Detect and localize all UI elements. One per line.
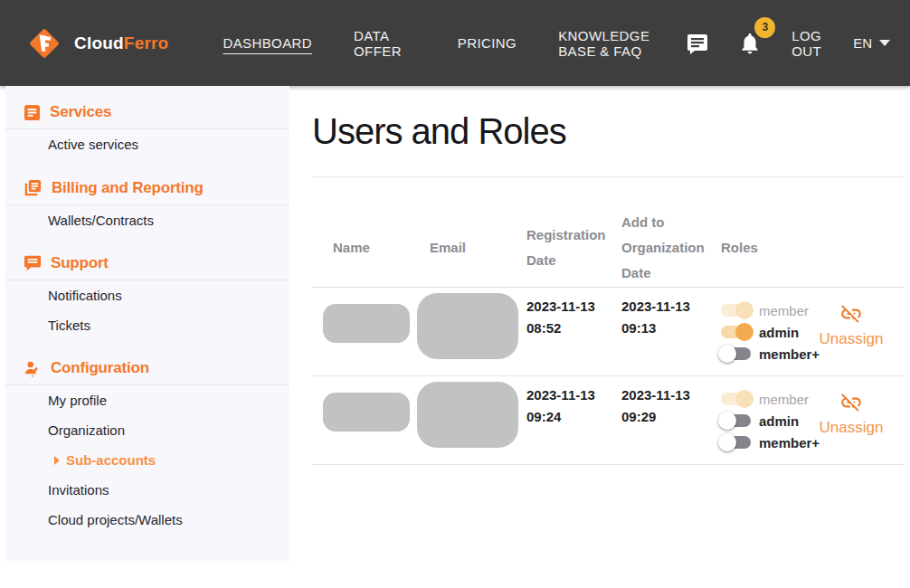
name-placeholder <box>323 393 410 432</box>
language-label: EN <box>853 35 872 51</box>
sidebar-section-services: Services Active services <box>5 97 289 159</box>
sidebar-section-header-billing: Billing and Reporting <box>5 172 289 205</box>
role-label: member <box>759 392 809 407</box>
topbar-right-controls: 3 LOG OUT EN <box>687 28 890 59</box>
role-label: member <box>759 303 809 318</box>
column-header-email: Email <box>416 235 518 261</box>
member-toggle[interactable] <box>721 304 751 317</box>
sidebar-item-label: Sub-accounts <box>66 452 156 468</box>
sidebar-item-cloud-projects-wallets[interactable]: Cloud projects/Wallets <box>5 505 289 535</box>
notifications-button[interactable]: 3 <box>739 32 761 55</box>
chevron-down-icon <box>879 40 890 46</box>
add-to-organization-date: 2023-11-13 09:13 <box>613 288 708 375</box>
sidebar-section-header-support: Support <box>5 248 289 280</box>
table-row: 2023-11-13 09:24 2023-11-13 09:29 member… <box>312 376 905 465</box>
sidebar-item-active-services[interactable]: Active services <box>5 129 289 159</box>
top-navigation-bar: CloudFerro DASHBOARD DATA OFFER PRICING … <box>0 0 910 86</box>
column-header-roles: Roles <box>713 235 810 261</box>
logout-button[interactable]: LOG OUT <box>792 28 822 59</box>
unassign-label: Unassign <box>820 330 884 348</box>
sidebar-section-billing: Billing and Reporting Wallets/Contracts <box>5 172 289 235</box>
registration-date: 2023-11-13 08:52 <box>518 288 613 375</box>
sidebar-section-header-configuration: Configuration <box>5 353 289 385</box>
documents-icon <box>24 178 43 197</box>
email-placeholder <box>417 382 518 448</box>
sidebar-section-configuration: Configuration My profile Organization Su… <box>5 353 289 535</box>
sidebar-item-sub-accounts[interactable]: Sub-accounts <box>5 445 289 475</box>
column-header-add-to-organization-date: Add to Organization Date <box>613 210 721 286</box>
person-edit-icon <box>24 359 42 377</box>
sidebar-section-support: Support Notifications Tickets <box>5 248 289 340</box>
language-selector[interactable]: EN <box>853 35 890 51</box>
nav-item-data-offer[interactable]: DATA OFFER <box>354 28 416 59</box>
chevron-right-icon <box>54 456 60 465</box>
role-row-member-plus: member+ <box>721 433 810 451</box>
role-label: admin <box>759 413 799 429</box>
sidebar-section-title: Services <box>50 103 111 121</box>
sidebar-item-notifications[interactable]: Notifications <box>5 280 289 310</box>
sidebar-item-tickets[interactable]: Tickets <box>5 310 289 340</box>
sidebar-item-my-profile[interactable]: My profile <box>5 385 289 415</box>
cloudferro-logo[interactable]: CloudFerro <box>24 23 168 64</box>
add-to-organization-date: 2023-11-13 09:29 <box>613 376 708 464</box>
chat-icon <box>687 33 708 54</box>
sidebar-item-invitations[interactable]: Invitations <box>5 475 289 505</box>
users-table-header: Name Email Registration Date Add to Orga… <box>312 177 905 288</box>
page-title: Users and Roles <box>312 111 905 152</box>
chat-icon <box>24 254 42 272</box>
nav-item-dashboard[interactable]: DASHBOARD <box>223 35 312 51</box>
role-row-member: member <box>721 301 810 319</box>
admin-toggle[interactable] <box>721 326 751 338</box>
admin-toggle[interactable] <box>721 414 751 427</box>
unlink-icon <box>839 391 863 414</box>
name-placeholder <box>323 304 410 343</box>
sidebar-section-title: Support <box>51 254 109 272</box>
role-label: admin <box>759 325 799 340</box>
sidebar-section-header-services: Services <box>5 97 289 129</box>
unlink-icon <box>839 302 863 326</box>
sidebar-item-organization[interactable]: Organization <box>5 415 289 445</box>
list-icon <box>24 104 41 121</box>
role-row-member: member <box>721 390 810 408</box>
sidebar-section-title: Configuration <box>51 359 149 377</box>
cloudferro-logo-text: CloudFerro <box>74 33 168 53</box>
cloudferro-logo-icon <box>24 23 65 64</box>
unassign-button[interactable]: Unassign <box>810 288 905 375</box>
column-header-registration-date: Registration Date <box>518 223 613 273</box>
table-row: 2023-11-13 08:52 2023-11-13 09:13 member… <box>312 288 905 376</box>
email-placeholder <box>417 293 518 359</box>
member-toggle[interactable] <box>721 393 751 405</box>
role-row-member-plus: member+ <box>721 345 810 363</box>
role-row-admin: admin <box>721 412 810 430</box>
role-row-admin: admin <box>721 323 810 341</box>
sidebar-item-wallets-contracts[interactable]: Wallets/Contracts <box>5 205 289 235</box>
roles-cell: member admin member+ <box>713 376 810 464</box>
main-content: Users and Roles Name Email Registration … <box>289 86 910 465</box>
sidebar: Services Active services Billing and Rep… <box>5 86 289 561</box>
main-nav: DASHBOARD DATA OFFER PRICING KNOWLEDGE B… <box>223 28 687 59</box>
member-plus-toggle[interactable] <box>721 436 751 449</box>
notification-count-badge: 3 <box>754 17 775 38</box>
nav-item-knowledge-base[interactable]: KNOWLEDGE BASE & FAQ <box>558 28 687 59</box>
column-header-name: Name <box>312 235 416 261</box>
unassign-label: Unassign <box>820 419 884 437</box>
roles-cell: member admin member+ <box>713 288 810 375</box>
member-plus-toggle[interactable] <box>721 347 751 360</box>
nav-item-pricing[interactable]: PRICING <box>458 35 517 51</box>
sidebar-section-title: Billing and Reporting <box>52 179 204 197</box>
unassign-button[interactable]: Unassign <box>810 376 905 464</box>
messages-button[interactable] <box>687 33 708 54</box>
registration-date: 2023-11-13 09:24 <box>518 376 613 464</box>
